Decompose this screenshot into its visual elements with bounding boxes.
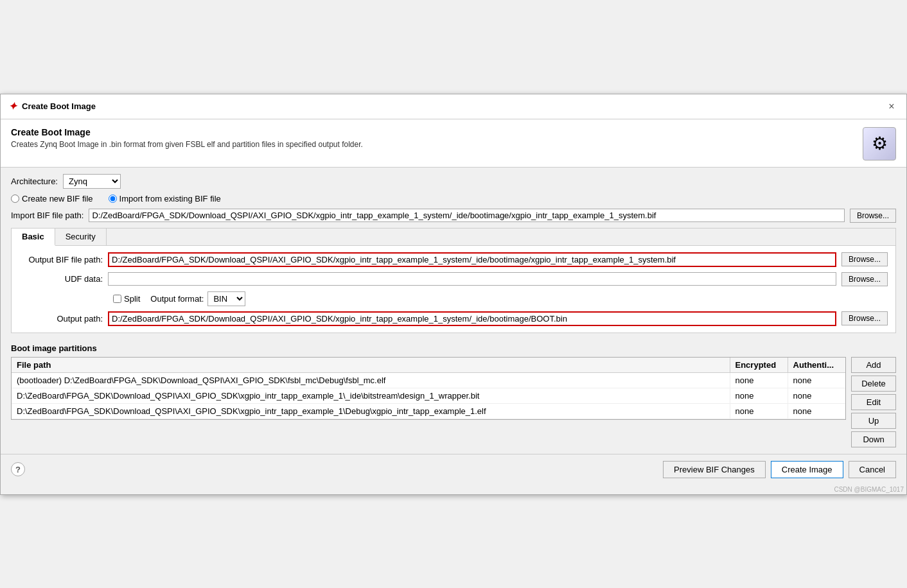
- output-path-label: Output path:: [19, 314, 103, 324]
- main-content: Architecture: Zynq ZynqMP Versal Create …: [1, 168, 906, 454]
- architecture-label: Architecture:: [11, 177, 58, 186]
- create-boot-image-dialog: ✦ Create Boot Image × Create Boot Image …: [0, 94, 907, 495]
- output-path-browse-button[interactable]: Browse...: [841, 311, 888, 325]
- row1-filepath: D:\ZedBoard\FPGA_SDK\Download_QSPI\AXI_G…: [12, 388, 730, 403]
- close-button[interactable]: ×: [885, 99, 899, 114]
- output-bif-browse-button[interactable]: Browse...: [841, 252, 888, 266]
- udf-data-input[interactable]: [108, 272, 836, 286]
- header-logo: ⚙: [863, 127, 896, 160]
- row1-authen: none: [788, 388, 845, 403]
- add-partition-button[interactable]: Add: [851, 357, 896, 373]
- watermark: CSDN @BIGMAC_1017: [1, 485, 906, 494]
- bif-source-row: Create new BIF file Import from existing…: [11, 194, 896, 203]
- output-bif-row: Output BIF file path: Browse...: [19, 252, 888, 267]
- title-bar-left: ✦ Create Boot Image: [8, 100, 96, 112]
- logo-icon: ⚙: [872, 133, 888, 154]
- partitions-table-wrapper: File path Encrypted Authenti... (bootloa…: [11, 357, 846, 420]
- architecture-row: Architecture: Zynq ZynqMP Versal: [11, 174, 896, 189]
- header-description: Creates Zynq Boot Image in .bin format f…: [11, 140, 852, 149]
- table-row[interactable]: D:\ZedBoard\FPGA_SDK\Download_QSPI\AXI_G…: [12, 388, 845, 403]
- tab-security[interactable]: Security: [55, 229, 107, 245]
- partitions-layout: File path Encrypted Authenti... (bootloa…: [11, 357, 896, 447]
- partitions-section: Boot image partitions File path Encrypte…: [11, 343, 896, 447]
- import-bif-radio-label[interactable]: Import from existing BIF file: [109, 194, 221, 203]
- title-bar: ✦ Create Boot Image ×: [1, 94, 906, 119]
- delete-partition-button[interactable]: Delete: [851, 376, 896, 392]
- partitions-title: Boot image partitions: [11, 343, 896, 353]
- split-format-row: Split Output format: BIN MCS HEX: [19, 291, 888, 306]
- output-bif-input[interactable]: [108, 252, 836, 267]
- bottom-bar: ? Preview BIF Changes Create Image Cance…: [1, 454, 906, 485]
- import-bif-label: Import from existing BIF file: [119, 194, 221, 203]
- architecture-select[interactable]: Zynq ZynqMP Versal: [63, 174, 121, 189]
- import-bif-browse-button[interactable]: Browse...: [850, 209, 896, 223]
- help-button[interactable]: ?: [11, 462, 25, 476]
- header-title: Create Boot Image: [11, 127, 852, 137]
- import-bif-path-input[interactable]: [89, 209, 845, 222]
- import-bif-path-row: Import BIF file path: Browse...: [11, 209, 896, 223]
- down-partition-button[interactable]: Down: [851, 431, 896, 447]
- col-header-filepath: File path: [12, 358, 730, 373]
- up-partition-button[interactable]: Up: [851, 413, 896, 429]
- tabs-container: Basic Security Output BIF file path: Bro…: [11, 228, 896, 333]
- table-header-row: File path Encrypted Authenti...: [12, 358, 845, 373]
- row1-encrypted: none: [730, 388, 788, 403]
- output-format-text: Output format:: [150, 294, 204, 304]
- create-bif-label: Create new BIF file: [22, 194, 93, 203]
- partition-buttons: Add Delete Edit Up Down: [851, 357, 896, 447]
- output-path-row: Output path: Browse...: [19, 311, 888, 326]
- dialog-title: Create Boot Image: [22, 101, 96, 111]
- create-bif-radio[interactable]: [11, 195, 19, 203]
- create-bif-radio-label[interactable]: Create new BIF file: [11, 194, 93, 203]
- import-bif-radio[interactable]: [109, 195, 117, 203]
- split-label: Split: [124, 294, 140, 304]
- header-section: Create Boot Image Creates Zynq Boot Imag…: [1, 119, 906, 168]
- bottom-right: Preview BIF Changes Create Image Cancel: [663, 461, 896, 478]
- tab-basic-content: Output BIF file path: Browse... UDF data…: [12, 246, 895, 333]
- table-row[interactable]: D:\ZedBoard\FPGA_SDK\Download_QSPI\AXI_G…: [12, 403, 845, 419]
- output-path-input[interactable]: [108, 311, 836, 326]
- row2-filepath: D:\ZedBoard\FPGA_SDK\Download_QSPI\AXI_G…: [12, 403, 730, 419]
- udf-data-label: UDF data:: [19, 274, 103, 284]
- header-text: Create Boot Image Creates Zynq Boot Imag…: [11, 127, 852, 149]
- output-format-label: Output format: BIN MCS HEX: [150, 291, 245, 306]
- bottom-left: ?: [11, 462, 25, 476]
- partitions-table: File path Encrypted Authenti... (bootloa…: [12, 358, 845, 419]
- split-checkbox-label[interactable]: Split: [113, 294, 140, 304]
- row2-encrypted: none: [730, 403, 788, 419]
- split-checkbox[interactable]: [113, 295, 121, 303]
- row0-encrypted: none: [730, 372, 788, 388]
- edit-partition-button[interactable]: Edit: [851, 394, 896, 410]
- xilinx-logo-icon: ✦: [8, 100, 17, 112]
- table-row[interactable]: (bootloader) D:\ZedBoard\FPGA_SDK\Downlo…: [12, 372, 845, 388]
- preview-bif-button[interactable]: Preview BIF Changes: [663, 461, 766, 478]
- row0-authen: none: [788, 372, 845, 388]
- udf-data-browse-button[interactable]: Browse...: [841, 272, 888, 286]
- cancel-button[interactable]: Cancel: [849, 461, 896, 478]
- row2-authen: none: [788, 403, 845, 419]
- output-format-select[interactable]: BIN MCS HEX: [207, 291, 245, 306]
- import-bif-path-label: Import BIF file path:: [11, 211, 84, 220]
- col-header-encrypted: Encrypted: [730, 358, 788, 373]
- output-bif-label: Output BIF file path:: [19, 255, 103, 264]
- tab-basic[interactable]: Basic: [12, 229, 55, 246]
- partitions-tbody: (bootloader) D:\ZedBoard\FPGA_SDK\Downlo…: [12, 372, 845, 419]
- col-header-authen: Authenti...: [788, 358, 845, 373]
- create-image-button[interactable]: Create Image: [771, 461, 843, 478]
- tabs-header: Basic Security: [12, 229, 895, 246]
- row0-filepath: (bootloader) D:\ZedBoard\FPGA_SDK\Downlo…: [12, 372, 730, 388]
- udf-data-row: UDF data: Browse...: [19, 272, 888, 286]
